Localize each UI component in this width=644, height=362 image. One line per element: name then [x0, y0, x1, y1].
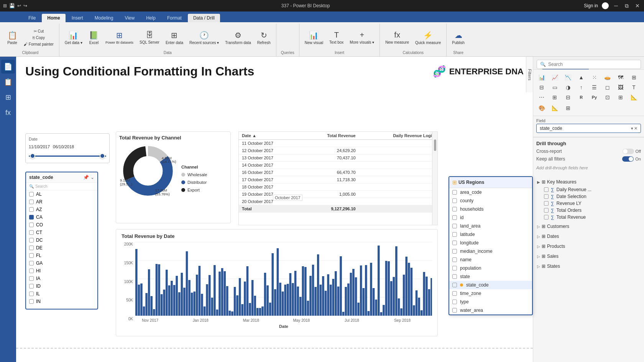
quick-access-redo[interactable]: ↪	[23, 3, 27, 8]
checkbox-hi[interactable]	[29, 269, 34, 273]
checkbox-co[interactable]	[29, 223, 34, 227]
tab-modeling[interactable]: Modeling	[89, 14, 119, 22]
checkbox-id[interactable]	[29, 284, 34, 288]
viz-scatter[interactable]: ⁙	[589, 73, 600, 82]
dd-check-type[interactable]	[452, 300, 457, 304]
viz-gauge[interactable]: ◑	[563, 83, 573, 92]
dd-check-median_income[interactable]	[452, 249, 457, 254]
slicer-item-al[interactable]: AL	[26, 190, 97, 198]
fields-search-box[interactable]: 🔍	[537, 60, 641, 69]
text-box-button[interactable]: T Text box	[327, 30, 346, 45]
slicer-item-dc[interactable]: DC	[26, 236, 97, 244]
dropdown-item-latitude[interactable]: latitude	[449, 230, 532, 239]
get-data-button[interactable]: 📊 Get data ▾	[62, 30, 85, 46]
slicer-item-ar[interactable]: AR	[26, 198, 97, 206]
viz-table[interactable]: ⊞	[629, 73, 639, 82]
dd-check-water_area[interactable]	[452, 308, 457, 313]
viz-image[interactable]: 🖼	[615, 83, 626, 92]
viz-area-chart[interactable]: ▲	[576, 73, 586, 82]
slicer-item-il[interactable]: IL	[26, 290, 97, 298]
dropdown-item-state[interactable]: state	[449, 272, 532, 281]
viz-textbox[interactable]: T	[629, 83, 639, 92]
tab-home[interactable]: Home	[42, 14, 65, 22]
enter-data-button[interactable]: ⊞ Enter data	[163, 30, 186, 46]
viz-slicer[interactable]: ☰	[589, 83, 600, 92]
minimize-button[interactable]: ─	[613, 2, 619, 9]
sidebar-model-icon[interactable]: ⊞	[1, 90, 15, 104]
dropdown-item-name[interactable]: name	[449, 256, 532, 264]
excel-button[interactable]: 📗 Excel	[86, 30, 102, 46]
quick-measure-button[interactable]: ⚡ Quick measure	[413, 30, 443, 46]
tab-data-drill[interactable]: Data / Drill	[188, 14, 220, 22]
table-scrollbar-thumb[interactable]	[434, 139, 436, 151]
checkbox-al[interactable]	[29, 192, 34, 197]
copy-button[interactable]: ⎘ Copy	[21, 35, 56, 41]
viz-pie[interactable]: 🥧	[602, 73, 613, 82]
powerbi-datasets-button[interactable]: ⊞ Power BI datasets	[103, 30, 136, 45]
field-box[interactable]: state_code ▾ ✕	[536, 124, 641, 133]
quick-access-save[interactable]: 💾	[9, 3, 15, 8]
field-total-revenue[interactable]: ∑ Total Revenue	[535, 214, 642, 221]
dd-check-name[interactable]	[452, 257, 457, 262]
field-dropdown-btn[interactable]: ▾ ✕	[631, 126, 637, 131]
viz-column-chart[interactable]: 📈	[549, 73, 560, 82]
dropdown-item-water-area[interactable]: water_area	[449, 306, 532, 314]
viz-r[interactable]: R	[576, 93, 586, 102]
sign-in-label[interactable]: Sign in	[584, 3, 598, 8]
field-total-revenue-check[interactable]	[544, 215, 549, 219]
tab-insert[interactable]: Insert	[66, 14, 89, 22]
viz-more1[interactable]: ⋯	[536, 93, 547, 102]
viz-format[interactable]: 🎨	[536, 103, 547, 113]
checkbox-ct[interactable]	[29, 230, 34, 235]
sales-header[interactable]: ▷ ⊞ Sales	[535, 252, 642, 260]
tab-format[interactable]: Format	[162, 14, 187, 22]
checkbox-ia[interactable]	[29, 276, 34, 281]
slicer-item-ia[interactable]: IA	[26, 275, 97, 282]
new-visual-button[interactable]: 📊 New visual	[302, 30, 325, 46]
viz-fields2[interactable]: ⊞	[563, 103, 573, 113]
cross-report-track[interactable]	[623, 149, 634, 154]
dropdown-item-longitude[interactable]: longitude	[449, 239, 532, 247]
dropdown-item-households[interactable]: households	[449, 205, 532, 213]
dd-check-state_code[interactable]	[452, 283, 457, 287]
keep-filters-toggle[interactable]: On	[622, 156, 641, 162]
products-header[interactable]: ▷ ⊞ Products	[535, 242, 642, 251]
slicer-expand-icon[interactable]: ⌄	[90, 175, 94, 180]
field-total-orders-check[interactable]	[544, 208, 549, 213]
field-revenue-ly-check[interactable]	[544, 201, 549, 206]
slider-handle-right[interactable]	[100, 153, 105, 159]
field-date-selection[interactable]: ∑ Date Selection	[535, 193, 642, 200]
dropdown-item-type[interactable]: type	[449, 298, 532, 306]
viz-line-chart[interactable]: 📉	[563, 73, 573, 82]
slider-handle-left[interactable]	[30, 153, 35, 159]
dropdown-item-id[interactable]: id	[449, 213, 532, 222]
tab-file[interactable]: File	[23, 14, 41, 22]
viz-shape[interactable]: ◻	[602, 83, 613, 92]
checkbox-ga[interactable]	[29, 261, 34, 265]
dropdown-item-county[interactable]: county	[449, 197, 532, 205]
slicer-item-de[interactable]: DE	[26, 244, 97, 252]
sql-server-button[interactable]: 🗄 SQL Server	[137, 30, 162, 45]
new-measure-button[interactable]: fx New measure	[383, 30, 411, 45]
slicer-item-ca[interactable]: CA	[26, 213, 97, 221]
dd-check-state[interactable]	[452, 274, 457, 279]
customers-header[interactable]: ▷ ⊞ Customers	[535, 222, 642, 231]
tab-view[interactable]: View	[119, 14, 140, 22]
sidebar-report-icon[interactable]: 📄	[1, 60, 15, 74]
viz-more5[interactable]: ⊞	[615, 93, 626, 102]
viz-more2[interactable]: ⊞	[549, 93, 560, 102]
viz-more6[interactable]: 📐	[629, 93, 639, 102]
viz-more4[interactable]: ⊡	[602, 93, 613, 102]
slicer-pin-icon[interactable]: 📌	[83, 175, 89, 180]
restore-button[interactable]: ⧉	[623, 2, 630, 9]
viz-analytics[interactable]: 📐	[549, 103, 560, 113]
field-revenue-ly[interactable]: ∑ Revenue LY	[535, 200, 642, 207]
dropdown-item-population[interactable]: population	[449, 264, 532, 272]
checkbox-fl[interactable]	[29, 253, 34, 258]
slicer-item-az[interactable]: AZ	[26, 206, 97, 213]
tab-help[interactable]: Help	[141, 14, 161, 22]
checkbox-az[interactable]	[29, 207, 34, 212]
slicer-item-id[interactable]: ID	[26, 282, 97, 290]
date-slicer[interactable]: Date 11/10/2017 06/10/2018	[25, 133, 110, 163]
date-slider[interactable]	[29, 152, 106, 160]
